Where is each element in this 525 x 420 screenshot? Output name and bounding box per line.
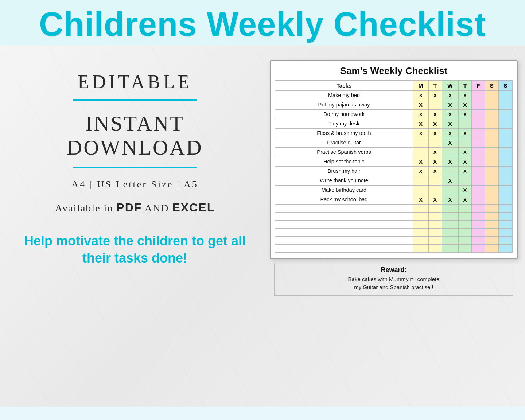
task-day-cell: [472, 138, 485, 147]
check-mark: X: [419, 130, 423, 136]
task-name-cell: Floss & brush my teeth: [275, 128, 413, 138]
day-w-header: W: [442, 80, 458, 90]
empty-day-cell: [472, 204, 485, 212]
task-day-cell: [472, 147, 485, 157]
task-day-cell: [442, 185, 458, 195]
task-day-cell: X: [428, 166, 442, 176]
task-day-cell: X: [428, 90, 442, 100]
main-title: Childrens Weekly Checklist: [15, 7, 510, 42]
left-panel: EDITABLE INSTANT DOWNLOAD A4 | US Letter…: [22, 60, 248, 392]
task-day-cell: [485, 195, 499, 204]
check-mark: X: [419, 111, 423, 117]
task-day-cell: [413, 138, 429, 147]
task-day-cell: X: [459, 100, 472, 109]
checklist-wrapper: Sam's Weekly Checklist Tasks M T W T F S…: [270, 60, 518, 259]
task-day-cell: X: [413, 119, 429, 128]
check-mark: X: [463, 187, 467, 193]
task-day-cell: [442, 147, 458, 157]
check-mark: X: [463, 197, 467, 203]
day-t-header: T: [428, 80, 442, 90]
task-day-cell: X: [442, 119, 458, 128]
check-mark: X: [433, 130, 437, 136]
check-mark: X: [433, 111, 437, 117]
empty-day-cell: [499, 204, 513, 212]
tasks-header: Tasks: [275, 80, 413, 90]
task-day-cell: [485, 128, 499, 138]
check-mark: X: [463, 102, 467, 108]
empty-day-cell: [485, 228, 499, 236]
empty-day-cell: [472, 244, 485, 252]
table-row: Make my bedXXXX: [275, 90, 513, 100]
check-mark: X: [448, 111, 452, 117]
check-mark: X: [463, 149, 467, 155]
task-day-cell: [499, 119, 513, 128]
task-day-cell: X: [459, 157, 472, 166]
table-row: Help set the tableXXXX: [275, 157, 513, 166]
task-day-cell: X: [442, 176, 458, 185]
empty-day-cell: [459, 236, 472, 244]
task-day-cell: [428, 176, 442, 185]
check-mark: X: [433, 149, 437, 155]
empty-day-cell: [499, 220, 513, 228]
reward-text: Bake cakes with Mummy if I completemy Gu…: [280, 275, 507, 292]
task-name-cell: Pack my school bag: [275, 195, 413, 204]
task-day-cell: [499, 128, 513, 138]
table-row: Tidy my deskXXX: [275, 119, 513, 128]
task-day-cell: [485, 166, 499, 176]
empty-row: [275, 236, 513, 244]
empty-row: [275, 212, 513, 220]
empty-day-cell: [428, 228, 442, 236]
check-mark: X: [448, 178, 452, 184]
empty-day-cell: [428, 204, 442, 212]
empty-day-cell: [428, 236, 442, 244]
check-mark: X: [433, 92, 437, 98]
check-mark: X: [463, 168, 467, 174]
content-area: EDITABLE INSTANT DOWNLOAD A4 | US Letter…: [0, 46, 525, 407]
table-row: Pack my school bagXXXX: [275, 195, 513, 204]
check-mark: X: [419, 102, 423, 108]
task-day-cell: [472, 128, 485, 138]
editable-label: EDITABLE: [78, 71, 192, 93]
table-row: Brush my hairXXX: [275, 166, 513, 176]
day-f-header: F: [472, 80, 485, 90]
check-mark: X: [448, 159, 452, 165]
task-day-cell: [499, 100, 513, 109]
table-header-row: Tasks M T W T F S S: [275, 80, 513, 90]
empty-day-cell: [413, 244, 429, 252]
reward-label: Reward:: [280, 266, 507, 274]
table-row: Write thank you noteX: [275, 176, 513, 185]
empty-day-cell: [499, 236, 513, 244]
task-day-cell: X: [442, 109, 458, 119]
empty-day-cell: [442, 244, 458, 252]
check-mark: X: [433, 197, 437, 203]
empty-day-cell: [413, 204, 429, 212]
task-day-cell: X: [442, 90, 458, 100]
check-mark: X: [448, 197, 452, 203]
task-day-cell: X: [442, 128, 458, 138]
task-day-cell: [472, 166, 485, 176]
task-day-cell: X: [428, 157, 442, 166]
empty-day-cell: [459, 204, 472, 212]
empty-day-cell: [442, 228, 458, 236]
task-day-cell: [499, 176, 513, 185]
task-day-cell: [499, 166, 513, 176]
reward-section: Reward: Bake cakes with Mummy if I compl…: [274, 263, 513, 296]
task-day-cell: [472, 119, 485, 128]
empty-day-cell: [413, 228, 429, 236]
empty-task-cell: [275, 204, 413, 212]
empty-day-cell: [442, 204, 458, 212]
task-day-cell: [499, 147, 513, 157]
empty-row: [275, 220, 513, 228]
task-day-cell: [499, 90, 513, 100]
empty-day-cell: [472, 212, 485, 220]
check-mark: X: [419, 121, 423, 127]
task-name-cell: Tidy my desk: [275, 119, 413, 128]
task-name-cell: Write thank you note: [275, 176, 413, 185]
task-day-cell: [472, 185, 485, 195]
task-day-cell: X: [413, 128, 429, 138]
task-day-cell: [459, 176, 472, 185]
empty-day-cell: [428, 212, 442, 220]
empty-day-cell: [459, 212, 472, 220]
day-s2-header: S: [499, 80, 513, 90]
empty-day-cell: [428, 244, 442, 252]
